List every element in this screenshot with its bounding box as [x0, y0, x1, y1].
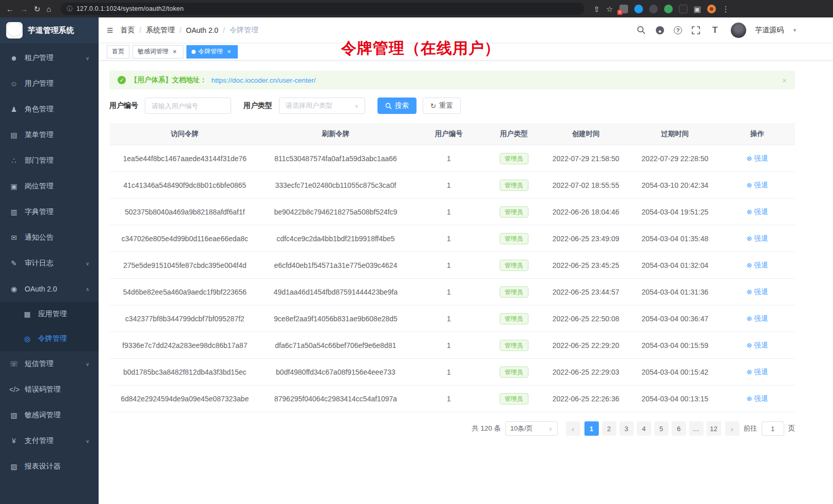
- sidebar-item-oauth2-app[interactable]: ▦应用管理: [0, 302, 99, 326]
- sidebar-collapse-icon[interactable]: ≡: [107, 24, 113, 36]
- sidebar-item-audit-log[interactable]: ✎审计日志∨: [0, 250, 99, 276]
- force-logout-button[interactable]: ⊗强退: [747, 181, 768, 190]
- browser-back-icon[interactable]: ←: [6, 5, 14, 13]
- user-type-badge: 管理员: [500, 153, 528, 164]
- sidebar-item-oauth2[interactable]: ◉OAuth 2.0∧: [0, 276, 99, 302]
- user-type-select[interactable]: 请选择用户类型 ∨: [279, 98, 365, 114]
- sidebar-item-sensitive-word[interactable]: ▧敏感词管理: [0, 402, 99, 428]
- sidebar-item-report-designer[interactable]: ▨报表设计器: [0, 454, 99, 479]
- sidebar-item-role[interactable]: ♟角色管理: [0, 96, 99, 122]
- force-logout-button[interactable]: ⊗强退: [747, 394, 768, 403]
- page-button-4[interactable]: 4: [637, 421, 651, 436]
- sidebar-item-dept[interactable]: ∴部门管理: [0, 148, 99, 173]
- expire-time-cell: 2054-03-10 20:42:34: [631, 172, 720, 199]
- font-size-icon[interactable]: T: [710, 25, 720, 35]
- breadcrumb-item[interactable]: 系统管理: [146, 26, 175, 35]
- force-logout-button[interactable]: ⊗强退: [747, 314, 768, 323]
- browser-forward-icon[interactable]: →: [20, 5, 28, 13]
- search-button[interactable]: 搜索: [377, 98, 416, 114]
- help-icon[interactable]: ?: [674, 26, 682, 34]
- page-button-2[interactable]: 2: [602, 421, 616, 436]
- reset-button[interactable]: ↻ 重置: [423, 98, 461, 114]
- tab-home[interactable]: 首页: [107, 45, 129, 59]
- delete-icon: ⊗: [747, 341, 752, 349]
- breadcrumb-item[interactable]: OAuth 2.0: [186, 26, 218, 34]
- sidebar-item-pay[interactable]: ¥支付管理∨: [0, 428, 99, 454]
- force-logout-button[interactable]: ⊗强退: [747, 287, 768, 297]
- sidebar-item-tenant[interactable]: ☻租户管理∨: [0, 45, 99, 71]
- side-panel-icon[interactable]: ▣: [694, 5, 701, 13]
- force-logout-button[interactable]: ⊗强退: [747, 261, 768, 270]
- sidebar-item-post[interactable]: ▣岗位管理: [0, 173, 99, 199]
- sidebar-item-dict[interactable]: ▥字典管理: [0, 199, 99, 225]
- user-menu-caret-icon[interactable]: ▼: [792, 28, 797, 33]
- sidebar-item-user[interactable]: ☺用户管理: [0, 71, 99, 96]
- force-logout-button[interactable]: ⊗强退: [747, 367, 768, 377]
- github-icon[interactable]: [655, 25, 665, 35]
- bookmark-star-icon[interactable]: ☆: [606, 5, 613, 13]
- user-name[interactable]: 芋道源码: [755, 26, 784, 35]
- alert-text: 【用户体系】文档地址：: [130, 75, 207, 85]
- tab-close-icon[interactable]: ×: [171, 48, 178, 55]
- goto-page-input[interactable]: [762, 421, 784, 436]
- next-page-button[interactable]: ›: [725, 421, 740, 436]
- page-button-6[interactable]: 6: [672, 421, 686, 436]
- created-time-cell: 2022-06-25 23:45:25: [541, 252, 631, 279]
- app-logo-row[interactable]: 芋道管理系统: [0, 17, 99, 43]
- tab-sensitive-word[interactable]: 敏感词管理×: [132, 45, 183, 59]
- user-type-cell: 管理员: [486, 279, 541, 305]
- breadcrumb-item[interactable]: 令牌管理: [230, 26, 258, 35]
- browser-address-bar[interactable]: ⓘ 127.0.0.1:1024/system/oauth2/token: [61, 3, 584, 15]
- force-logout-button[interactable]: ⊗强退: [747, 234, 768, 243]
- tab-close-icon[interactable]: ×: [225, 48, 233, 55]
- menu-icon: ▤: [9, 131, 18, 139]
- extension-icon-dark[interactable]: [649, 5, 658, 13]
- user-avatar[interactable]: [731, 23, 746, 38]
- user-id-input[interactable]: [145, 98, 231, 114]
- browser-reload-icon[interactable]: ↻: [34, 5, 41, 13]
- search-icon[interactable]: [636, 25, 646, 35]
- user-type-cell: 管理员: [486, 359, 541, 385]
- chevron-down-icon: ∨: [548, 426, 552, 432]
- sidebar-item-label: 令牌管理: [38, 334, 89, 343]
- created-time-cell: 2022-06-26 18:04:46: [541, 199, 631, 225]
- force-logout-button[interactable]: ⊗强退: [747, 154, 768, 163]
- prev-page-button[interactable]: ‹: [566, 421, 580, 436]
- force-logout-button[interactable]: ⊗强退: [747, 341, 768, 350]
- extension-icon-tampermonkey[interactable]: [679, 5, 688, 13]
- site-info-icon[interactable]: ⓘ: [67, 5, 73, 13]
- extension-icon-badge[interactable]: 0: [619, 5, 628, 13]
- sidebar-item-notice[interactable]: ✉通知公告: [0, 225, 99, 250]
- user-type-badge: 管理员: [500, 340, 528, 351]
- page-button-3[interactable]: 3: [619, 421, 634, 436]
- sidebar-item-sms[interactable]: ☏短信管理∨: [0, 351, 99, 377]
- page-button-12[interactable]: 12: [707, 421, 721, 436]
- browser-home-icon[interactable]: ⌂: [47, 5, 51, 13]
- alert-close-icon[interactable]: ×: [782, 76, 787, 85]
- active-tab-dot: [192, 50, 196, 54]
- extension-icon-twitter[interactable]: [634, 5, 643, 13]
- share-icon[interactable]: ⇧: [594, 5, 600, 13]
- refresh-token-cell: 8796295f04064c2983414cc54af1097a: [260, 385, 411, 412]
- page-button-5[interactable]: 5: [654, 421, 669, 436]
- doc-link[interactable]: https://doc.iocoder.cn/user-center/: [212, 76, 316, 84]
- code-icon: </>: [9, 385, 18, 394]
- tab-token[interactable]: 令牌管理×: [186, 45, 238, 59]
- force-logout-label: 强退: [754, 234, 768, 243]
- fullscreen-icon[interactable]: [691, 25, 701, 35]
- sidebar-item-menu[interactable]: ▤菜单管理: [0, 122, 99, 148]
- sidebar-item-label: 短信管理: [25, 359, 80, 369]
- browser-menu-icon[interactable]: ⋮: [722, 5, 730, 13]
- sidebar-item-error-code[interactable]: </>错误码管理: [0, 377, 99, 402]
- chevron-down-icon: ∨: [86, 55, 89, 61]
- page-button-1[interactable]: 1: [584, 421, 599, 436]
- tree-icon: ∴: [9, 157, 18, 165]
- main-panel: 令牌管理（在线用户） ≡ 首页/系统管理/OAuth 2.0/令牌管理 ? T …: [99, 17, 833, 504]
- breadcrumb-item[interactable]: 首页: [120, 26, 135, 35]
- extension-icon-green[interactable]: [664, 5, 673, 13]
- browser-profile-avatar[interactable]: ☻: [707, 5, 716, 13]
- page-size-select[interactable]: 10条/页 ∨: [505, 421, 558, 436]
- sidebar-item-oauth2-token[interactable]: ◎令牌管理: [0, 326, 99, 351]
- doc-alert: ✓ 【用户体系】文档地址： https://doc.iocoder.cn/use…: [109, 71, 795, 89]
- force-logout-button[interactable]: ⊗强退: [747, 207, 768, 217]
